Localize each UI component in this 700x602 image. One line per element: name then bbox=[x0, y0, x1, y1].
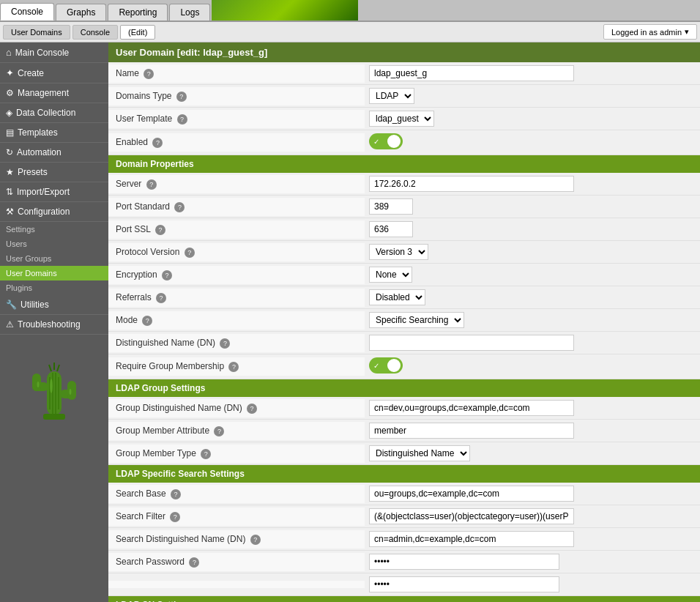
sidebar-label-plugins[interactable]: Plugins bbox=[0, 280, 108, 295]
sidebar-label-users[interactable]: Users bbox=[0, 237, 108, 251]
referrals-select[interactable]: Disabled bbox=[369, 289, 425, 305]
name-input[interactable] bbox=[369, 65, 574, 81]
search-dn-help-icon[interactable]: ? bbox=[250, 535, 261, 545]
search-filter-help-icon[interactable]: ? bbox=[170, 512, 180, 522]
dropdown-icon[interactable]: ▾ bbox=[685, 27, 689, 37]
sidebar-item-create[interactable]: ✦ Create bbox=[0, 63, 108, 83]
field-group-member-type-row: Group Member Type ? Distinguished Name bbox=[108, 442, 700, 465]
sidebar-item-utilities[interactable]: 🔧 Utilities bbox=[0, 295, 108, 315]
require-group-help-icon[interactable]: ? bbox=[228, 362, 239, 372]
tab-logs[interactable]: Logs bbox=[169, 4, 210, 21]
field-group-member-attr-value bbox=[365, 420, 700, 442]
field-enabled-label: Enabled ? bbox=[108, 133, 365, 152]
tab-console[interactable]: Console bbox=[0, 3, 54, 21]
search-base-help-icon[interactable]: ? bbox=[171, 489, 181, 499]
sidebar-label-user-groups[interactable]: User Groups bbox=[0, 251, 108, 266]
sidebar-item-main-console[interactable]: ⌂ Main Console bbox=[0, 42, 108, 63]
require-group-toggle-check-icon: ✓ bbox=[373, 362, 379, 370]
user-template-select[interactable]: ldap_guest bbox=[369, 111, 434, 127]
section-ldap-cn: LDAP CN Settings bbox=[108, 596, 700, 602]
referrals-help-icon[interactable]: ? bbox=[156, 293, 166, 303]
field-referrals-row: Referrals ? Disabled bbox=[108, 286, 700, 309]
domains-type-select[interactable]: LDAP bbox=[369, 88, 414, 104]
breadcrumb-user-domains[interactable]: User Domains bbox=[3, 25, 70, 40]
field-domains-type-label: Domains Type ? bbox=[108, 87, 365, 105]
sidebar-label-settings[interactable]: Settings bbox=[0, 222, 108, 237]
port-standard-input[interactable] bbox=[369, 198, 413, 215]
cactus-logo bbox=[0, 342, 108, 437]
encryption-select[interactable]: None bbox=[369, 267, 412, 283]
field-domains-type-row: Domains Type ? LDAP bbox=[108, 85, 700, 108]
logged-in-badge: Logged in as admin ▾ bbox=[603, 24, 697, 40]
group-member-attr-input[interactable] bbox=[369, 423, 574, 439]
tab-graphs[interactable]: Graphs bbox=[56, 4, 106, 21]
server-help-icon[interactable]: ? bbox=[146, 179, 157, 190]
tab-reporting[interactable]: Reporting bbox=[108, 4, 168, 21]
field-encryption-label: Encryption ? bbox=[108, 266, 365, 284]
protocol-version-select[interactable]: Version 3 bbox=[369, 244, 428, 260]
field-protocol-version-value: Version 3 bbox=[365, 241, 700, 263]
field-require-group-label: Require Group Membership ? bbox=[108, 357, 365, 376]
field-mode-value: Specific Searching bbox=[365, 309, 700, 331]
sidebar-item-management[interactable]: ⚙ Management bbox=[0, 83, 108, 103]
sidebar-item-presets[interactable]: ★ Presets bbox=[0, 163, 108, 182]
search-password-confirm-input[interactable] bbox=[369, 576, 559, 592]
user-template-help-icon[interactable]: ? bbox=[177, 114, 187, 125]
group-member-type-select[interactable]: Distinguished Name bbox=[369, 445, 470, 461]
sidebar-item-data-collection[interactable]: ◈ Data Collection bbox=[0, 103, 108, 123]
field-search-password-confirm-value bbox=[365, 573, 700, 595]
server-input[interactable] bbox=[369, 176, 574, 192]
svg-line-11 bbox=[49, 365, 51, 371]
sidebar-label-user-domains[interactable]: User Domains bbox=[0, 266, 108, 280]
name-help-icon[interactable]: ? bbox=[144, 69, 154, 79]
group-member-type-help-icon[interactable]: ? bbox=[201, 449, 211, 459]
sidebar-item-import-export[interactable]: ⇅ Import/Export bbox=[0, 182, 108, 202]
search-base-input[interactable] bbox=[369, 486, 574, 502]
field-search-password-confirm-row bbox=[108, 573, 700, 596]
dn-input[interactable] bbox=[369, 335, 574, 351]
section-domain-properties: Domain Properties bbox=[108, 155, 700, 173]
search-password-input[interactable] bbox=[369, 554, 559, 570]
search-filter-input[interactable] bbox=[369, 508, 574, 524]
svg-rect-9 bbox=[43, 414, 65, 420]
port-ssl-input[interactable] bbox=[369, 221, 413, 237]
encryption-help-icon[interactable]: ? bbox=[162, 270, 172, 280]
field-search-password-value bbox=[365, 551, 700, 573]
sidebar-item-troubleshooting[interactable]: ⚠ Troubleshooting bbox=[0, 315, 108, 335]
search-dn-input[interactable] bbox=[369, 531, 574, 547]
mode-help-icon[interactable]: ? bbox=[142, 316, 152, 326]
search-password-help-icon[interactable]: ? bbox=[189, 557, 199, 568]
svg-rect-0 bbox=[47, 371, 62, 415]
config-icon: ⚒ bbox=[6, 207, 14, 217]
field-search-filter-label: Search Filter ? bbox=[108, 508, 365, 526]
enabled-toggle[interactable]: ✓ bbox=[369, 133, 403, 149]
domains-type-help-icon[interactable]: ? bbox=[176, 92, 187, 102]
field-require-group-value: ✓ bbox=[365, 354, 700, 379]
enabled-help-icon[interactable]: ? bbox=[152, 138, 163, 148]
section-ldap-group: LDAP Group Settings bbox=[108, 379, 700, 397]
port-ssl-help-icon[interactable]: ? bbox=[155, 225, 165, 235]
breadcrumb-edit[interactable]: (Edit) bbox=[120, 25, 155, 40]
sidebar-item-configuration[interactable]: ⚒ Configuration bbox=[0, 202, 108, 222]
field-search-password-row: Search Password ? bbox=[108, 551, 700, 573]
field-group-member-type-label: Group Member Type ? bbox=[108, 445, 365, 463]
sidebar-item-templates[interactable]: ▤ Templates bbox=[0, 123, 108, 143]
dn-help-icon[interactable]: ? bbox=[220, 338, 230, 349]
group-dn-input[interactable] bbox=[369, 400, 574, 416]
mode-select[interactable]: Specific Searching bbox=[369, 312, 464, 328]
field-server-row: Server ? bbox=[108, 173, 700, 196]
breadcrumb-console[interactable]: Console bbox=[72, 25, 118, 40]
field-dn-label: Distinguished Name (DN) ? bbox=[108, 334, 365, 352]
group-member-attr-help-icon[interactable]: ? bbox=[214, 426, 224, 436]
field-port-standard-value bbox=[365, 196, 700, 218]
field-enabled-value: ✓ bbox=[365, 130, 700, 155]
field-port-ssl-value bbox=[365, 218, 700, 240]
port-standard-help-icon[interactable]: ? bbox=[174, 202, 185, 212]
protocol-version-help-icon[interactable]: ? bbox=[185, 248, 195, 258]
sidebar-item-automation[interactable]: ↻ Automation bbox=[0, 143, 108, 163]
field-name-row: Name ? bbox=[108, 62, 700, 85]
svg-point-14 bbox=[37, 382, 40, 387]
require-group-toggle[interactable]: ✓ bbox=[369, 357, 403, 374]
group-dn-help-icon[interactable]: ? bbox=[247, 404, 257, 414]
field-domains-type-value: LDAP bbox=[365, 85, 700, 107]
